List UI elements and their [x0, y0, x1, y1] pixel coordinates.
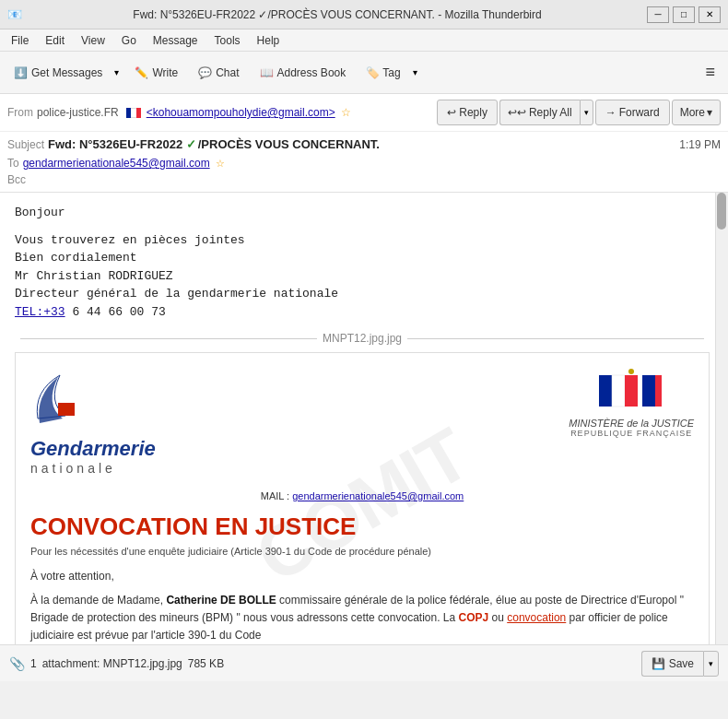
body-text-1: À la demande de Madame, — [30, 594, 166, 607]
address-book-icon: 📖 — [260, 66, 274, 79]
tag-label: Tag — [382, 66, 400, 79]
more-dropdown-icon: ▾ — [707, 106, 712, 119]
gendarmerie-badge-svg — [30, 368, 95, 437]
maximize-button[interactable]: □ — [673, 6, 695, 23]
chat-label: Chat — [216, 66, 239, 79]
reply-all-group: ↩↩ Reply All ▾ — [499, 100, 593, 125]
subject-label: Subject — [7, 138, 44, 151]
minimize-button[interactable]: ─ — [647, 6, 669, 23]
email-body-container: Bonjour Vous trouverez en pièces jointes… — [0, 193, 728, 644]
french-flag-icon — [126, 108, 141, 118]
menu-help[interactable]: Help — [250, 32, 288, 49]
phone-number: 6 44 66 00 73 — [65, 305, 166, 319]
hamburger-menu-button[interactable]: ≡ — [698, 59, 722, 86]
menu-edit[interactable]: Edit — [38, 32, 72, 49]
to-row: To gendarmerienationale545@gmail.com ☆ — [0, 155, 728, 171]
save-dropdown[interactable]: ▾ — [703, 651, 719, 677]
body-line3: Mr Christian RODRIGUEZ — [15, 267, 710, 286]
menu-view[interactable]: View — [74, 32, 112, 49]
menu-bar: File Edit View Go Message Tools Help — [0, 29, 728, 52]
convocation-sub: Pour les nécessités d'une enquête judici… — [30, 545, 694, 559]
get-messages-group: ⬇️ Get Messages ▾ — [6, 57, 123, 88]
reply-all-button[interactable]: ↩↩ Reply All — [499, 100, 580, 125]
reply-all-dropdown[interactable]: ▾ — [580, 100, 593, 125]
get-messages-button[interactable]: ⬇️ Get Messages — [6, 57, 111, 88]
svg-rect-5 — [655, 375, 662, 407]
address-book-button[interactable]: 📖 Address Book — [252, 57, 355, 88]
phone-row: TEL:+33 6 44 66 00 73 — [15, 303, 710, 322]
reply-label: Reply — [459, 106, 487, 119]
from-label: From — [7, 106, 33, 119]
bold-name: Catherine DE BOLLE — [166, 594, 276, 607]
convocation-word[interactable]: convocation — [507, 611, 566, 624]
save-button-group: 💾 Save ▾ — [641, 651, 719, 677]
svg-point-6 — [628, 369, 634, 374]
svg-rect-2 — [612, 375, 625, 407]
justice-logo: MINISTÈRE de la JUSTICE REPUBLIQUE FRANÇ… — [569, 368, 694, 438]
title-bar: 📧 Fwd: N°5326EU-FR2022 ✓/PROCÈS VOUS CON… — [0, 0, 728, 29]
write-label: Write — [152, 66, 178, 79]
menu-go[interactable]: Go — [114, 32, 144, 49]
gendarmerie-logo: Gendarmerie nationale — [30, 368, 156, 476]
close-button[interactable]: ✕ — [699, 6, 721, 23]
from-email[interactable]: <kohouamompouholydie@gmail.com> — [147, 106, 335, 119]
toolbar: ⬇️ Get Messages ▾ ✏️ Write 💬 Chat 📖 Addr… — [0, 52, 728, 94]
attachment-count: 1 — [30, 657, 37, 670]
chat-button[interactable]: 💬 Chat — [190, 57, 247, 88]
window-controls: ─ □ ✕ — [647, 6, 721, 23]
mail-label: MAIL : — [261, 490, 289, 501]
more-button[interactable]: More ▾ — [672, 100, 721, 125]
attachment-size: 785 KB — [188, 657, 224, 670]
forward-icon: → — [605, 106, 616, 119]
forward-button[interactable]: → Forward — [595, 100, 670, 125]
write-button[interactable]: ✏️ Write — [126, 57, 186, 88]
menu-tools[interactable]: Tools — [207, 32, 248, 49]
get-messages-icon: ⬇️ — [14, 66, 28, 79]
menu-message[interactable]: Message — [146, 32, 205, 49]
email-body-text: Bonjour Vous trouverez en pièces jointes… — [15, 204, 710, 321]
window-title: Fwd: N°5326EU-FR2022 ✓/PROCÈS VOUS CONCE… — [28, 8, 647, 21]
reply-button[interactable]: ↩ Reply — [437, 100, 498, 125]
reply-icon: ↩ — [447, 106, 456, 119]
mail-row: MAIL : gendarmerienationale545@gmail.com — [30, 490, 694, 501]
scrollbar-thumb[interactable] — [717, 193, 726, 230]
tag-dropdown[interactable]: ▾ — [409, 57, 421, 88]
justice-emblem-svg — [594, 368, 668, 414]
svg-rect-3 — [625, 375, 638, 407]
svg-rect-4 — [642, 375, 655, 407]
document-image: COMIT Gendarmerie — [15, 352, 710, 644]
star-icon[interactable]: ☆ — [341, 106, 351, 119]
body-line4: Directeur général de la gendarmerie nati… — [15, 285, 710, 303]
attachment-label: attachment: MNPT12.jpg.jpg — [42, 657, 182, 670]
address-book-label: Address Book — [277, 66, 346, 79]
phone-link[interactable]: TEL:+33 — [15, 305, 65, 319]
get-messages-label: Get Messages — [31, 66, 102, 79]
tag-button[interactable]: 🏷️ Tag — [358, 57, 408, 88]
forward-label: Forward — [619, 106, 660, 119]
to-star-icon[interactable]: ☆ — [216, 158, 225, 170]
attention-label: À votre attention, — [30, 568, 694, 585]
email-header: From police-justice.FR <kohouamompouholy… — [0, 94, 728, 193]
get-messages-dropdown[interactable]: ▾ — [111, 57, 123, 88]
tag-icon: 🏷️ — [366, 66, 380, 79]
bcc-label: Bcc — [7, 173, 26, 186]
from-section: From police-justice.FR <kohouamompouholy… — [7, 106, 351, 119]
from-name: police-justice.FR — [37, 106, 143, 119]
subject-row: Subject Fwd: N°5326EU-FR2022 ✓/PROCÈS VO… — [0, 132, 728, 155]
save-icon: 💾 — [652, 657, 665, 670]
email-time: 1:19 PM — [679, 138, 721, 151]
document-content: Gendarmerie nationale — [30, 368, 694, 644]
scrollbar-track[interactable] — [715, 193, 728, 644]
copj-label: COPJ — [459, 611, 489, 624]
ministere-label: MINISTÈRE de la JUSTICE — [569, 418, 694, 429]
bcc-row: Bcc — [0, 171, 728, 192]
email-footer: 📎 1 attachment: MNPT12.jpg.jpg 785 KB 💾 … — [0, 644, 728, 681]
to-email[interactable]: gendarmerienationale545@gmail.com — [23, 157, 210, 170]
menu-file[interactable]: File — [4, 32, 36, 49]
tag-group: 🏷️ Tag ▾ — [358, 57, 420, 88]
paperclip-icon: 📎 — [9, 656, 25, 671]
mail-email[interactable]: gendarmerienationale545@gmail.com — [292, 490, 464, 501]
save-button[interactable]: 💾 Save — [641, 651, 703, 677]
checkmark-icon: ✓ — [186, 137, 196, 151]
attachment-info: 📎 1 attachment: MNPT12.jpg.jpg 785 KB — [9, 656, 224, 671]
